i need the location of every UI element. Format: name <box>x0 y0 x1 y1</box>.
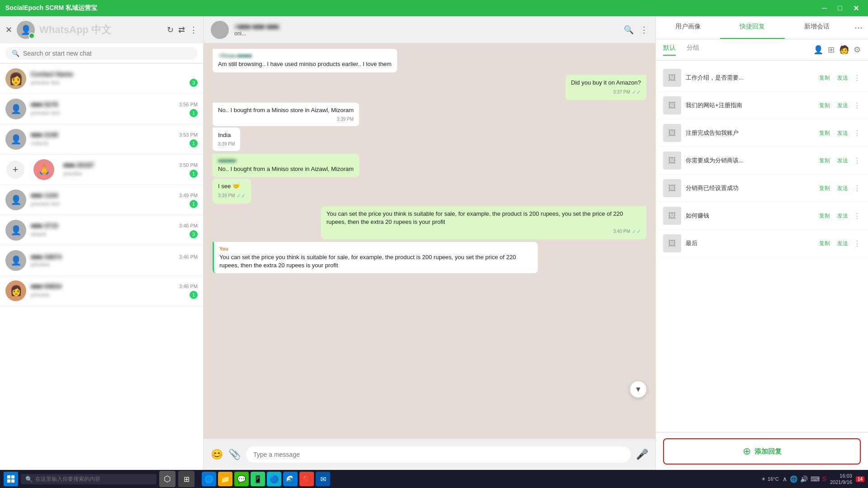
qr-send-button[interactable]: 发送 <box>835 73 850 83</box>
qr-copy-button[interactable]: 复制 <box>817 156 832 166</box>
list-item[interactable]: 👤 ■■■ 2109 3:53 PM roducts 1 <box>0 124 203 155</box>
sub-tab-group[interactable]: 分组 <box>687 44 699 56</box>
unread-badge: 1 <box>190 139 198 147</box>
qr-send-button[interactable]: 发送 <box>835 239 850 248</box>
qr-copy-button[interactable]: 复制 <box>817 101 832 110</box>
attach-icon[interactable]: 📎 <box>228 449 241 460</box>
qr-send-button[interactable]: 发送 <box>835 211 850 221</box>
chat-transfer-icon[interactable]: ⇄ <box>178 25 185 35</box>
qr-more-icon[interactable]: ⋮ <box>854 212 861 220</box>
quick-reply-item: 🖼 最后 复制 发送 ⋮ <box>656 230 868 257</box>
chat-item-name: ■■■ 94834 <box>31 283 62 290</box>
user-icon[interactable]: 🧑 <box>839 45 849 55</box>
message-group: ~Firoza ■■■■■ Am still browsing.. I have… <box>213 49 646 72</box>
sidebar: ✕ 👤 WhatsApp 中文 ↻ ⇄ ⋮ 🔍 👩 <box>0 16 204 470</box>
qr-more-icon[interactable]: ⋮ <box>854 156 861 165</box>
msg-time: 3:39 PM <box>218 193 235 199</box>
minimize-button[interactable]: ─ <box>818 3 830 14</box>
taskbar-app-files[interactable]: 📁 <box>218 472 232 486</box>
qr-send-button[interactable]: 发送 <box>835 156 850 166</box>
quick-reply-item: 🖼 如何赚钱 复制 发送 ⋮ <box>656 202 868 230</box>
settings-icon[interactable]: ⚙ <box>854 45 861 55</box>
qr-more-icon[interactable]: ⋮ <box>854 129 861 137</box>
list-item[interactable]: 👤 ■■■ 5278 3:56 PM preview text 1 <box>0 94 203 124</box>
keyboard-icon[interactable]: ⌨ <box>811 475 820 483</box>
grid-layout-icon[interactable]: ⊞ <box>828 45 835 55</box>
list-item[interactable]: 👤 ■■■ 3715 3:46 PM details 3 <box>0 215 203 246</box>
tray-expand-icon[interactable]: ∧ <box>783 475 787 483</box>
tab-user-profile[interactable]: 用户画像 <box>656 16 720 39</box>
widgets-button[interactable]: ⊞ <box>178 471 194 487</box>
message-input[interactable] <box>246 446 631 463</box>
qr-image: 🖼 <box>663 124 681 142</box>
taskbar-app-edge[interactable]: 🌊 <box>283 472 298 486</box>
msg-bubble: ■■■■■■ No.. I bought from a Miniso store… <box>213 154 359 177</box>
qr-more-icon[interactable]: ⋮ <box>854 101 861 110</box>
notification-count[interactable]: 14 <box>856 476 864 482</box>
tab-new-chat[interactable]: 新增会话 <box>785 16 849 39</box>
you-label: You <box>219 246 532 252</box>
emoji-icon[interactable]: 😊 <box>211 449 223 460</box>
add-reply-button[interactable]: ⊕ 添加回复 <box>663 438 861 464</box>
taskbar-app-wechat[interactable]: 💬 <box>234 472 249 486</box>
search-input[interactable] <box>23 50 191 57</box>
qr-copy-button[interactable]: 复制 <box>817 239 832 248</box>
list-item[interactable]: 👤 ■■■ 34874 3:46 PM preview <box>0 246 203 276</box>
quick-replies-list: 🖼 工作介绍，是否需要... 复制 发送 ⋮ 🖼 我们的网站+注册指南 复制 发… <box>656 61 868 432</box>
add-chat-button[interactable]: + <box>6 161 24 179</box>
qr-copy-button[interactable]: 复制 <box>817 128 832 138</box>
list-item[interactable]: 👩 ■■■ 94834 3:46 PM preview 1 <box>0 276 203 306</box>
qr-image: 🖼 <box>663 152 681 170</box>
svg-rect-0 <box>7 475 10 479</box>
avatar: 👤 <box>5 220 26 241</box>
unread-badge: 1 <box>190 170 198 178</box>
chat-item-info: ■■■ 1104 3:49 PM preview text 1 <box>31 192 198 208</box>
scroll-down-button[interactable]: ▼ <box>630 381 646 398</box>
qr-copy-button[interactable]: 复制 <box>817 184 832 193</box>
qr-send-button[interactable]: 发送 <box>835 184 850 193</box>
start-button[interactable] <box>4 472 18 486</box>
chat-item-info: ■■■ 3715 3:46 PM details 3 <box>31 222 198 238</box>
qr-copy-button[interactable]: 复制 <box>817 73 832 83</box>
taskbar-app-browser1[interactable]: 🌐 <box>202 472 216 486</box>
taskbar-app-mail[interactable]: ✉ <box>316 472 330 486</box>
maximize-button[interactable]: □ <box>834 3 846 14</box>
qr-send-button[interactable]: 发送 <box>835 128 850 138</box>
qr-text: 我们的网站+注册指南 <box>686 101 813 109</box>
tab-quick-reply[interactable]: 快捷回复 <box>720 16 784 39</box>
qr-text: 如何赚钱 <box>686 212 813 220</box>
more-tabs-icon[interactable]: ⋯ <box>849 16 868 39</box>
task-view-button[interactable]: ⬡ <box>159 471 175 487</box>
qr-more-icon[interactable]: ⋮ <box>854 239 861 248</box>
microphone-icon[interactable]: 🎤 <box>636 449 648 460</box>
sidebar-close-button[interactable]: ✕ <box>5 25 12 35</box>
more-chat-options-icon[interactable]: ⋮ <box>640 25 648 35</box>
list-item[interactable]: 👩 Contact Name preview text 3 <box>0 64 203 94</box>
qr-copy-button[interactable]: 复制 <box>817 211 832 221</box>
user-search-icon[interactable]: 👤 <box>813 45 823 55</box>
sub-tab-default[interactable]: 默认 <box>663 44 676 56</box>
search-in-chat-icon[interactable]: 🔍 <box>624 25 634 35</box>
close-button[interactable]: ✕ <box>849 3 863 14</box>
qr-send-button[interactable]: 发送 <box>835 101 850 110</box>
avatar: 👩 <box>5 280 26 301</box>
chat-item-name: ■■■ 34874 <box>31 253 62 261</box>
list-item[interactable]: 👤 ■■■ 1104 3:49 PM preview text 1 <box>0 185 203 215</box>
qr-more-icon[interactable]: ⋮ <box>854 184 861 193</box>
taskbar-app-chrome[interactable]: 🔴 <box>299 472 314 486</box>
taskbar-app-other1[interactable]: 🔵 <box>267 472 281 486</box>
network-icon[interactable]: 🌐 <box>790 475 797 483</box>
msg-time: 3:40 PM <box>613 228 630 235</box>
refresh-icon[interactable]: ↻ <box>167 25 174 35</box>
weather-temp: 16°C <box>768 476 779 482</box>
taskbar-search-input[interactable] <box>35 476 126 482</box>
scrm-icon[interactable]: S <box>822 475 826 483</box>
msg-text: I see 🤝 <box>218 182 246 190</box>
system-clock[interactable]: 16:03 2021/9/16 <box>830 473 852 486</box>
volume-icon[interactable]: 🔊 <box>800 475 808 483</box>
taskbar-app-whatsapp[interactable]: 📱 <box>251 472 265 486</box>
svg-rect-2 <box>7 479 10 483</box>
message-input-area: 😊 📎 🎤 <box>204 438 655 470</box>
more-options-icon[interactable]: ⋮ <box>190 25 198 35</box>
qr-more-icon[interactable]: ⋮ <box>854 74 861 82</box>
